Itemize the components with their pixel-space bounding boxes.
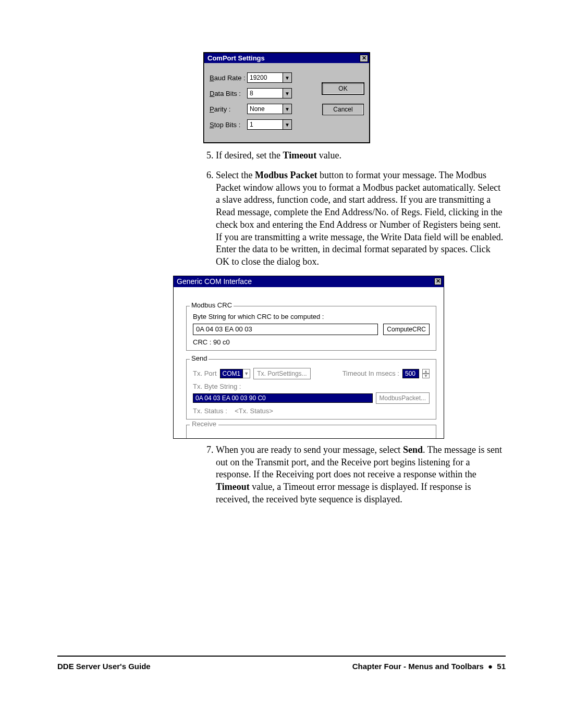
dialog-titlebar[interactable]: ComPort Settings ✕: [204, 53, 369, 63]
ok-button[interactable]: OK: [322, 83, 364, 94]
close-icon[interactable]: ✕: [360, 55, 368, 62]
baud-rate-input[interactable]: [247, 72, 283, 83]
chevron-down-icon[interactable]: ▼: [283, 119, 292, 130]
timeout-spinner[interactable]: ▲▼: [422, 369, 430, 378]
crc-byte-string-input[interactable]: [193, 324, 378, 335]
receive-group: Receive: [186, 425, 436, 438]
group-legend: Send: [190, 354, 209, 362]
chevron-down-icon[interactable]: ▼: [283, 72, 292, 83]
instruction-list-a: If desired, set the Timeout value. Selec…: [203, 150, 506, 268]
page-footer: DDE Server User's Guide Chapter Four - M…: [57, 656, 506, 671]
data-bits-label: Data Bits :: [210, 90, 247, 97]
comport-settings-dialog: ComPort Settings ✕ Baud Rate : ▼ Data Bi…: [203, 52, 370, 143]
chevron-down-icon[interactable]: ▼: [283, 88, 292, 98]
stop-bits-input[interactable]: [247, 119, 283, 130]
cancel-button[interactable]: Cancel: [322, 104, 364, 115]
compute-crc-button[interactable]: ComputeCRC: [383, 324, 430, 335]
crc-input-label: Byte String for which CRC to be computed…: [193, 313, 430, 320]
tx-byte-string-label: Tx. Byte String :: [193, 382, 430, 390]
tx-status-value: <Tx. Status>: [235, 407, 273, 415]
tx-port-settings-button[interactable]: Tx. Port Settings...: [253, 368, 310, 379]
data-bits-input[interactable]: [247, 88, 283, 98]
timeout-label: Timeout In msecs :: [342, 369, 399, 377]
step-5: If desired, set the Timeout value.: [216, 150, 506, 162]
tx-byte-string-input[interactable]: 0A 04 03 EA 00 03 90 C0: [193, 393, 373, 403]
dialog-title: Generic COM Interface: [177, 277, 252, 286]
footer-left: DDE Server User's Guide: [57, 662, 151, 671]
dialog-title: ComPort Settings: [207, 54, 265, 62]
baud-rate-label: Baud Rate :: [210, 74, 247, 82]
chevron-down-icon[interactable]: ▼: [283, 104, 292, 114]
stop-bits-label: Stop Bits :: [210, 121, 247, 129]
parity-label: Parity :: [210, 105, 247, 113]
chevron-down-icon[interactable]: ▼: [422, 374, 430, 378]
modbus-crc-group: Modbus CRC Byte String for which CRC to …: [186, 306, 436, 351]
group-legend: Modbus CRC: [190, 301, 234, 309]
dialog-titlebar[interactable]: Generic COM Interface ✕: [174, 276, 444, 287]
tx-port-label: Tx. Port: [193, 369, 217, 377]
tx-port-select[interactable]: COM1: [220, 369, 243, 378]
step-7: When you are ready to send your message,…: [216, 444, 506, 506]
step-6: Select the Modbus Packet button to forma…: [216, 169, 506, 268]
chevron-up-icon[interactable]: ▲: [422, 369, 430, 374]
close-icon[interactable]: ✕: [434, 278, 442, 285]
modbus-packet-button[interactable]: Modbus Packet...: [376, 392, 430, 404]
tx-status-row: Tx. Status : <Tx. Status>: [193, 407, 430, 415]
instruction-list-b: When you are ready to send your message,…: [203, 444, 506, 506]
timeout-input[interactable]: 500: [402, 369, 419, 378]
send-group: Send Tx. Port COM1 ▼ Tx. Port Settings..…: [186, 359, 436, 419]
crc-result: CRC : 90 c0: [193, 338, 430, 346]
chevron-down-icon[interactable]: ▼: [243, 369, 250, 378]
footer-right: Chapter Four - Menus and Toolbars ● 51: [352, 662, 506, 671]
generic-com-interface-dialog: Generic COM Interface ✕ Modbus CRC Byte …: [173, 276, 444, 439]
parity-input[interactable]: [247, 104, 283, 114]
